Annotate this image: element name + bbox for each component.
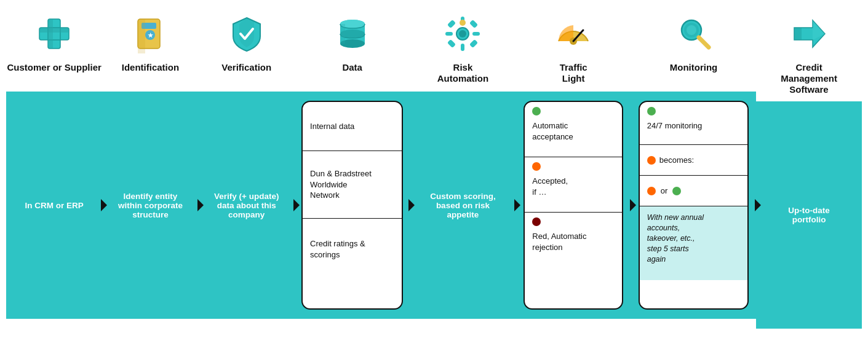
icon-area-customer	[34, 9, 74, 58]
monitoring-icon	[674, 14, 714, 53]
svg-line-39	[699, 37, 709, 47]
data-section-ratings: Credit ratings &scorings	[303, 219, 402, 280]
column-title-verification: Verification	[221, 62, 271, 85]
lane-text-verification: Verify (+ update)data about thiscompany	[209, 186, 284, 225]
svg-point-40	[687, 25, 696, 35]
column-title-data: Data	[342, 62, 362, 85]
lane-text-customer: In CRM or ERP	[20, 195, 89, 216]
traffic-green-text: Automaticacceptance	[532, 120, 615, 142]
arrow-right-internal	[402, 122, 403, 131]
icon-area-identification: ★	[130, 9, 170, 58]
column-credit-mgmt: CreditManagementSoftware Up-to-dateportf…	[756, 9, 862, 329]
icon-area-data	[333, 9, 372, 58]
data-section-dnb: Dun & BradstreetWorldwideNetwork	[303, 151, 402, 219]
icon-area-traffic	[554, 9, 593, 58]
monitoring-becomes-text: becomes:	[659, 155, 694, 166]
column-monitoring: Monitoring 24/7 monitoring becomes: or	[631, 9, 756, 319]
arrow-right-ratings	[402, 245, 403, 254]
verification-title-text: Verification	[221, 62, 271, 72]
monitoring-247-section: 24/7 monitoring	[640, 102, 748, 145]
column-title-traffic: TrafficLight	[560, 62, 587, 85]
icon-area-risk	[443, 9, 482, 58]
icon-area-credit	[789, 9, 829, 58]
lane-text-risk: Custom scoring,based on riskappetite	[425, 186, 501, 225]
column-identification: ★ Identification Identify entitywithin c…	[102, 9, 198, 319]
svg-rect-29	[447, 39, 456, 48]
data-dnb-text: Dun & BradstreetWorldwideNetwork	[310, 168, 372, 201]
lane-customer: In CRM or ERP	[6, 92, 102, 319]
traffic-red-text: Red, Automaticrejection	[532, 231, 615, 252]
traffic-orange-section: Accepted,if …	[525, 157, 622, 213]
arrow-right-dnb	[402, 181, 403, 189]
svg-rect-30	[469, 39, 478, 48]
identification-title-text: Identification	[122, 62, 179, 72]
lane-traffic: Automaticacceptance Accepted,if … Red, A…	[516, 92, 631, 319]
lane-text-credit: Up-to-dateportfolio	[783, 200, 835, 230]
orange-dot-becomes	[647, 156, 656, 165]
or-text: or	[661, 186, 668, 197]
data-ratings-text: Credit ratings &scorings	[310, 238, 365, 260]
svg-rect-25	[445, 32, 453, 36]
svg-rect-10	[138, 19, 145, 53]
data-icon	[333, 14, 372, 53]
credit-icon	[789, 14, 829, 53]
lane-risk: Custom scoring,based on riskappetite	[410, 92, 516, 319]
monitoring-green-dot	[647, 107, 656, 115]
data-internal-text: Internal data	[310, 121, 354, 132]
traffic-red-section: Red, Automaticrejection	[525, 213, 622, 274]
lane-text-identification: Identify entitywithin corporatestructure	[113, 186, 188, 225]
column-verification: Verification Verify (+ update)data about…	[199, 9, 295, 319]
svg-point-32	[459, 30, 466, 37]
monitoring-or-section: or	[640, 176, 748, 206]
traffic-card: Automaticacceptance Accepted,if … Red, A…	[524, 101, 623, 310]
red-dot	[532, 217, 541, 226]
lane-monitoring: 24/7 monitoring becomes: or With new ann…	[631, 92, 756, 319]
svg-rect-27	[447, 20, 456, 28]
svg-marker-19	[402, 182, 403, 187]
column-title-credit: CreditManagementSoftware	[781, 62, 837, 95]
monitoring-italic-section: With new annualaccounts,takeover, etc.,s…	[640, 206, 748, 280]
svg-rect-24	[461, 44, 464, 51]
column-customer: Customer or Supplier In CRM or ERP	[6, 9, 102, 319]
column-title-customer: Customer or Supplier	[7, 62, 101, 85]
monitoring-card: 24/7 monitoring becomes: or With new ann…	[639, 101, 749, 310]
column-title-risk: RiskAutomation	[437, 62, 488, 85]
traffic-green-section: Automaticacceptance	[525, 102, 622, 157]
svg-text:★: ★	[148, 32, 154, 39]
icon-area-verification	[227, 9, 266, 58]
data-card: Internal data Dun & BradstreetWorldwideN…	[301, 101, 403, 310]
svg-marker-42	[794, 28, 802, 40]
lane-verification: Verify (+ update)data about thiscompany	[199, 92, 295, 319]
monitoring-becomes-section: becomes:	[640, 145, 748, 176]
arrow-left-dnb	[301, 181, 303, 189]
identification-icon: ★	[130, 14, 170, 53]
column-title-monitoring: Monitoring	[670, 62, 717, 85]
svg-point-34	[460, 20, 466, 26]
column-data: Data Internal data Dun & BradstreetWorld…	[295, 9, 410, 319]
svg-marker-21	[402, 247, 403, 252]
svg-rect-26	[472, 32, 480, 36]
workflow-diagram: Customer or Supplier In CRM or ERP ★ Ide…	[0, 0, 868, 335]
risk-icon	[443, 14, 482, 53]
orange-dot	[532, 162, 541, 171]
traffic-icon	[554, 14, 593, 53]
lane-data: Internal data Dun & BradstreetWorldwideN…	[295, 92, 410, 319]
lane-identification: Identify entitywithin corporatestructure	[102, 92, 198, 319]
svg-rect-4	[48, 19, 53, 49]
svg-rect-17	[340, 24, 345, 44]
verification-icon	[227, 14, 266, 53]
green-dot-or	[672, 187, 681, 195]
data-title-text: Data	[342, 62, 362, 72]
monitoring-italic-text: With new annualaccounts,takeover, etc.,s…	[647, 213, 704, 264]
column-title-identification: Identification	[122, 62, 179, 85]
svg-marker-20	[301, 182, 303, 187]
svg-marker-18	[402, 124, 403, 129]
green-dot	[532, 107, 541, 115]
svg-rect-28	[469, 20, 478, 28]
column-risk-automation: RiskAutomation Custom scoring,based on r…	[410, 9, 516, 319]
column-traffic-light: TrafficLight Automaticacceptance Accepte…	[516, 9, 631, 319]
monitoring-247-text: 24/7 monitoring	[647, 120, 741, 131]
traffic-orange-text: Accepted,if …	[532, 176, 615, 197]
lane-credit: Up-to-dateportfolio	[756, 101, 862, 329]
orange-dot-or	[647, 187, 656, 195]
